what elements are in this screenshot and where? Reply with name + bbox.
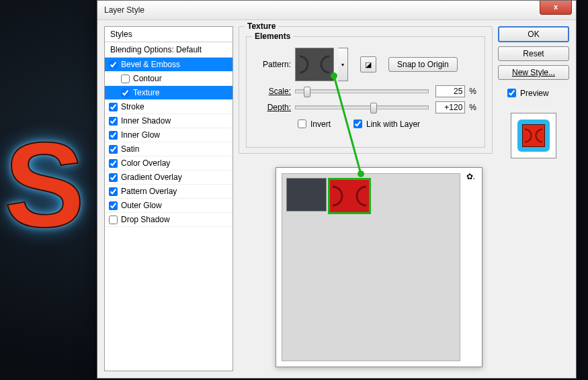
style-label: Inner Shadow [121,116,171,126]
style-checkbox[interactable] [109,131,118,140]
window-title: Layer Style [104,5,144,15]
style-label: Inner Glow [121,130,160,140]
style-label: Bevel & Emboss [121,60,180,69]
style-row-contour[interactable]: Contour [105,72,233,86]
style-row-gradient-overlay[interactable]: Gradient Overlay [105,171,233,185]
scale-unit: % [469,87,476,96]
link-with-layer-checkbox[interactable]: Link with Layer [351,117,420,130]
style-checkbox[interactable] [109,216,118,224]
preview-checkbox[interactable]: Preview [505,87,569,99]
close-button[interactable]: x [540,1,572,15]
depth-label[interactable]: Depth: [255,103,291,112]
scale-input[interactable] [435,85,465,97]
style-label: Outer Glow [121,201,162,210]
style-row-color-overlay[interactable]: Color Overlay [105,156,233,171]
new-preset-icon[interactable]: ◪ [360,56,376,73]
style-row-outer-glow[interactable]: Outer Glow [105,199,233,213]
layer-style-dialog: Layer Style x Styles Blending Options: D… [97,0,577,379]
style-label: Satin [121,144,139,154]
gear-icon[interactable]: ✿. [466,172,475,181]
style-checkbox[interactable] [109,145,118,154]
blending-options[interactable]: Blending Options: Default [105,42,233,58]
invert-checkbox[interactable]: Invert [295,117,331,130]
titlebar: Layer Style [97,1,576,20]
styles-panel: Styles Blending Options: Default Bevel &… [104,26,233,371]
style-label: Drop Shadow [121,215,170,224]
style-checkbox[interactable] [121,89,130,97]
style-checkbox[interactable] [109,159,118,168]
style-row-pattern-overlay[interactable]: Pattern Overlay [105,185,233,199]
style-row-drop-shadow[interactable]: Drop Shadow [105,213,233,227]
style-checkbox[interactable] [121,75,130,83]
style-checkbox[interactable] [109,173,118,182]
pattern-dropdown-arrow[interactable]: ▾ [338,48,348,81]
styles-header[interactable]: Styles [105,27,233,42]
pattern-picker-panel: ✿. [276,167,482,367]
style-label: Pattern Overlay [121,187,177,196]
style-label: Stroke [121,102,144,111]
style-checkbox[interactable] [109,117,118,126]
style-label: Color Overlay [121,158,170,168]
preview-box [511,113,556,158]
right-column: OK Reset New Style... Preview [498,26,569,371]
pattern-swatch-dark[interactable] [286,178,327,211]
style-checkbox[interactable] [109,60,118,69]
style-row-bevel-emboss[interactable]: Bevel & Emboss [105,58,233,72]
new-style-button[interactable]: New Style... [498,65,569,80]
ok-button[interactable]: OK [498,26,569,42]
style-row-inner-shadow[interactable]: Inner Shadow [105,114,233,128]
style-checkbox[interactable] [109,201,118,210]
style-row-texture[interactable]: Texture [105,86,233,100]
snap-to-origin-button[interactable]: Snap to Origin [388,57,458,72]
texture-group-label: Texture [245,21,278,31]
style-row-inner-glow[interactable]: Inner Glow [105,128,233,142]
reset-button[interactable]: Reset [498,46,569,61]
pattern-grid[interactable] [282,173,460,361]
style-label: Gradient Overlay [121,173,182,182]
depth-unit: % [469,103,476,112]
elements-label: Elements [252,32,293,41]
style-row-stroke[interactable]: Stroke [105,100,233,114]
background-letter: S [4,124,98,238]
pattern-swatch-red-selected[interactable] [328,178,371,214]
style-row-satin[interactable]: Satin [105,142,233,156]
style-label: Contour [133,74,162,83]
style-label: Texture [133,88,159,97]
scale-slider[interactable] [295,89,429,93]
style-checkbox[interactable] [109,187,118,196]
depth-input[interactable] [435,101,465,113]
pattern-label: Pattern: [255,60,291,69]
pattern-swatch[interactable] [295,48,334,81]
style-checkbox[interactable] [109,103,118,111]
scale-label[interactable]: Scale: [255,87,291,96]
depth-slider[interactable] [295,105,429,109]
